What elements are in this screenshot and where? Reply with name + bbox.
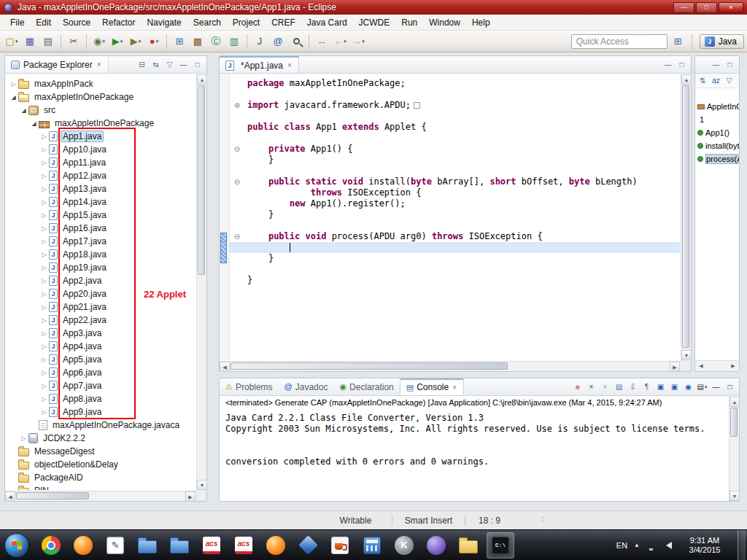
save-button[interactable]: ▦ (21, 33, 39, 50)
tree-item-maxappletinonepackage[interactable]: ◢maxAppletInOnePackage (6, 90, 196, 104)
tab-declaration[interactable]: ◉Declaration (333, 378, 399, 395)
search-button[interactable] (287, 33, 305, 50)
open-perspective-icon[interactable]: ⊞ (672, 36, 684, 47)
scroll-up-icon[interactable]: ▲ (729, 397, 740, 407)
code-line-13[interactable]: } (230, 209, 680, 220)
code-line-15[interactable]: ⊖ public void process(APDU arg0) throws … (230, 231, 680, 242)
tree-expander-icon[interactable]: ▷ (39, 383, 49, 389)
tree-expander-icon[interactable]: ▷ (39, 265, 49, 271)
code-area[interactable]: package maxAppletInOnePackage;⊕import ja… (220, 74, 680, 360)
code-line-16[interactable] (230, 242, 680, 253)
start-button[interactable] (4, 533, 29, 558)
taskbar-media-app[interactable] (422, 532, 450, 559)
word-wrap-button[interactable]: ¶ (640, 381, 653, 393)
menu-cref[interactable]: CREF (266, 15, 301, 30)
show-desktop-button[interactable] (738, 530, 746, 560)
maximize-button[interactable]: □ (724, 381, 736, 393)
tab-javadoc[interactable]: @Javadoc (279, 378, 334, 395)
package-explorer-hscrollbar[interactable]: ◀ ▶ (5, 491, 196, 501)
taskbar-folder-blue-2[interactable] (166, 532, 193, 559)
scroll-lock-button[interactable]: ⇩ (627, 381, 639, 393)
outline-hscrollbar[interactable]: ◀ ▶ (695, 360, 739, 371)
taskbar-folder-blue-1[interactable] (133, 532, 161, 559)
outline-item-app1[interactable]: App1() (695, 126, 739, 139)
tree-expander-icon[interactable]: ▷ (9, 81, 18, 88)
outline-item-1[interactable]: 1 (695, 113, 739, 126)
last-edit-location-button[interactable]: ↔ (313, 33, 330, 50)
scroll-left-icon[interactable]: ◀ (695, 361, 707, 371)
code-line-7[interactable]: ⊖ private App1() { (230, 144, 680, 155)
menu-run[interactable]: Run (395, 15, 423, 30)
minimize-button[interactable]: — (710, 58, 722, 71)
tree-item-pin[interactable]: PIN (6, 484, 196, 490)
menu-window[interactable]: Window (423, 15, 466, 30)
outline-items[interactable]: AppletInOn1App1()install(byteprocess(AP (695, 90, 739, 359)
scroll-down-icon[interactable]: ▼ (197, 480, 207, 490)
new-class-button[interactable]: Ⓒ (207, 33, 225, 50)
tab-package-explorer[interactable]: Package Explorer × (5, 56, 109, 73)
scroll-left-icon[interactable]: ◀ (5, 491, 15, 502)
close-icon[interactable]: × (287, 61, 293, 69)
menu-java-card[interactable]: Java Card (301, 15, 353, 30)
outline-item-process-ap[interactable]: process(AP (695, 152, 739, 166)
tree-expander-icon[interactable]: ▷ (39, 317, 49, 324)
code-line-8[interactable]: } (230, 155, 680, 166)
back-button[interactable]: ←▾ (331, 33, 349, 50)
tree-expander-icon[interactable]: ▷ (39, 370, 49, 376)
package-explorer-vscrollbar[interactable]: ▲ ▼ (196, 74, 206, 490)
minimize-button[interactable]: — (710, 381, 722, 393)
hscroll-thumb[interactable] (231, 362, 508, 370)
minimize-button[interactable]: — (177, 58, 190, 71)
close-icon[interactable]: × (452, 384, 457, 392)
menu-file[interactable]: File (4, 15, 30, 30)
menu-source[interactable]: Source (57, 15, 96, 30)
menu-edit[interactable]: Edit (30, 15, 57, 30)
maximize-button[interactable]: □ (696, 2, 717, 13)
tree-expander-icon[interactable]: ▷ (39, 343, 49, 350)
tree-expander-icon[interactable]: ▷ (39, 357, 49, 363)
taskbar-command-prompt[interactable]: C:\ (487, 532, 514, 559)
tree-expander-icon[interactable]: ▷ (39, 186, 49, 192)
cut-button[interactable]: ✂ (65, 33, 82, 50)
code-line-2[interactable] (230, 89, 680, 100)
tree-expander-icon[interactable]: ◢ (9, 94, 18, 101)
code-line-18[interactable] (230, 264, 680, 275)
show-hidden-icons-button[interactable]: ▲ (634, 542, 640, 548)
terminate-button[interactable]: ■ (571, 381, 584, 393)
clear-console-button[interactable]: ▤ (613, 381, 625, 393)
menu-help[interactable]: Help (466, 15, 496, 30)
code-line-14[interactable] (230, 220, 680, 231)
new-package-button[interactable]: ▩ (189, 33, 206, 50)
tree-expander-icon[interactable]: ▷ (39, 409, 49, 416)
tree-item-messagedigest[interactable]: MessageDigest (6, 445, 196, 458)
code-line-12[interactable]: new App1().register(); (230, 198, 680, 209)
menu-navigate[interactable]: Navigate (141, 15, 187, 30)
tree-item-maxappinpack[interactable]: ▷maxAppInPack (6, 77, 196, 90)
tree-expander-icon[interactable]: ▷ (39, 199, 49, 206)
taskbar-virtualbox[interactable] (294, 532, 322, 559)
link-with-editor-button[interactable]: ⇆ (150, 58, 162, 71)
editor-vscrollbar[interactable]: ▲ ▼ (681, 74, 691, 360)
scroll-left-icon[interactable]: ◀ (220, 362, 230, 372)
junit-button[interactable]: J (251, 33, 268, 50)
tree-item-maxappletinonepackage-javaca[interactable]: maxAppletInOnePackage.javaca (6, 419, 196, 432)
close-button[interactable]: × (719, 2, 743, 13)
tab-app1-java[interactable]: *App1.java × (220, 56, 299, 73)
tree-item-jcdk2-2-2[interactable]: ▷JCDK2.2.2 (6, 432, 196, 445)
close-icon[interactable]: × (96, 61, 102, 69)
tree-expander-icon[interactable]: ▷ (39, 396, 49, 402)
minimize-button[interactable]: — (662, 58, 674, 71)
tree-expander-icon[interactable]: ▷ (19, 435, 28, 442)
code-line-17[interactable]: } (230, 253, 680, 264)
volume-icon[interactable] (662, 542, 672, 549)
remove-all-launches-button[interactable]: × (599, 381, 611, 393)
code-line-6[interactable] (230, 133, 680, 144)
code-line-19[interactable]: } (230, 275, 680, 286)
tree-expander-icon[interactable]: ▷ (39, 160, 49, 166)
debug-button[interactable]: ◉▾ (90, 33, 108, 50)
pin-console-button[interactable]: ◉ (682, 381, 694, 393)
tree-expander-icon[interactable]: ▷ (39, 278, 49, 284)
network-icon[interactable] (646, 542, 656, 548)
fold-expanded-icon[interactable]: ⊖ (232, 144, 242, 155)
tree-expander-icon[interactable]: ▷ (39, 291, 49, 298)
